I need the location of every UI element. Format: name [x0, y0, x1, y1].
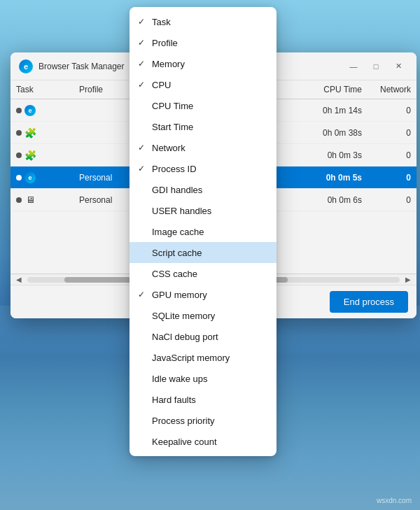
minimize-button[interactable]: —	[344, 58, 363, 75]
menu-item-label: Image cache	[152, 227, 265, 237]
checkmark-icon: ✓	[138, 38, 152, 48]
menu-item-label: Keepalive count	[152, 437, 265, 447]
menu-item-label: Process ID	[152, 164, 265, 174]
menu-item-label: Hard faults	[152, 395, 265, 405]
menu-item-label: Start Time	[152, 122, 265, 132]
row-task-5: 🖥	[10, 194, 74, 206]
menu-item-process-priority[interactable]: Process priority	[130, 410, 276, 431]
menu-item-label: SQLite memory	[152, 311, 265, 321]
checkmark-icon: ✓	[138, 17, 152, 27]
menu-item-label: GPU memory	[152, 290, 265, 300]
row-dot-1	[16, 108, 22, 113]
row-dot-5	[16, 197, 22, 203]
menu-item-script-cache[interactable]: Script cache	[130, 242, 276, 263]
row-profile-5: Personal	[74, 195, 130, 205]
browser-icon: e	[19, 59, 33, 73]
menu-item-network[interactable]: ✓Network	[130, 137, 276, 158]
menu-item-user-handles[interactable]: USER handles	[130, 200, 276, 221]
row-dot-4	[16, 175, 22, 180]
col-header-cputime[interactable]: CPU Time	[298, 80, 368, 99]
edge-icon-4: e	[24, 172, 36, 183]
row-network-5: 0	[368, 195, 416, 205]
menu-item-image-cache[interactable]: Image cache	[130, 221, 276, 242]
context-menu: ✓Task✓Profile✓Memory✓CPUCPU TimeStart Ti…	[130, 7, 276, 456]
menu-item-process-id[interactable]: ✓Process ID	[130, 158, 276, 179]
row-dot-2	[16, 130, 22, 136]
row-task-3: 🧩	[10, 150, 74, 161]
row-network-1: 0	[368, 106, 416, 115]
row-task-4: e	[10, 172, 74, 183]
puzzle-icon-2: 🧩	[24, 127, 36, 139]
menu-item-label: Memory	[152, 59, 265, 69]
menu-item-sqlite-memory[interactable]: SQLite memory	[130, 305, 276, 326]
menu-item-cpu-time[interactable]: CPU Time	[130, 95, 276, 116]
col-header-task[interactable]: Task	[10, 80, 74, 99]
checkmark-icon: ✓	[138, 59, 152, 69]
puzzle-icon-3: 🧩	[24, 150, 36, 161]
row-dot-3	[16, 153, 22, 158]
row-cputime-5: 0h 0m 6s	[298, 195, 368, 205]
row-cputime-1: 0h 1m 14s	[298, 106, 368, 115]
window-controls: — □ ✕	[344, 58, 408, 75]
menu-item-cpu[interactable]: ✓CPU	[130, 74, 276, 95]
menu-item-label: USER handles	[152, 206, 265, 216]
menu-item-start-time[interactable]: Start Time	[130, 116, 276, 137]
row-cputime-4: 0h 0m 5s	[298, 173, 368, 183]
scroll-left-arrow[interactable]: ◀	[13, 276, 24, 283]
row-network-4: 0	[368, 173, 416, 183]
row-network-3: 0	[368, 150, 416, 160]
end-process-button[interactable]: End process	[330, 291, 408, 313]
watermark: wsxdn.com	[377, 497, 412, 504]
window-title: Browser Task Manager	[38, 62, 125, 71]
checkmark-icon: ✓	[138, 290, 152, 299]
menu-item-hard-faults[interactable]: Hard faults	[130, 389, 276, 410]
menu-item-label: CPU	[152, 80, 265, 90]
scroll-right-arrow[interactable]: ▶	[402, 276, 414, 283]
row-network-2: 0	[368, 128, 416, 138]
row-profile-4: Personal	[74, 173, 130, 183]
menu-item-label: CSS cache	[152, 269, 265, 279]
edge-icon-1: e	[24, 105, 36, 116]
menu-item-label: Network	[152, 143, 265, 153]
menu-item-javascript-memory[interactable]: JavaScript memory	[130, 347, 276, 368]
menu-item-label: CPU Time	[152, 101, 265, 111]
menu-item-memory[interactable]: ✓Memory	[130, 53, 276, 74]
col-header-network[interactable]: Network	[368, 80, 416, 99]
menu-item-label: Task	[152, 17, 265, 27]
menu-item-label: Idle wake ups	[152, 374, 265, 384]
menu-item-gdi-handles[interactable]: GDI handles	[130, 179, 276, 200]
monitor-icon-5: 🖥	[24, 194, 36, 206]
maximize-button[interactable]: □	[366, 58, 386, 75]
menu-item-nacl-debug-port[interactable]: NaCl debug port	[130, 326, 276, 347]
row-task-2: 🧩	[10, 127, 74, 139]
checkmark-icon: ✓	[138, 164, 152, 173]
menu-item-label: Script cache	[152, 248, 265, 258]
menu-item-css-cache[interactable]: CSS cache	[130, 263, 276, 284]
title-left: e Browser Task Manager	[19, 59, 125, 73]
menu-item-keepalive-count[interactable]: Keepalive count	[130, 431, 276, 452]
menu-item-label: Profile	[152, 38, 265, 48]
menu-item-profile[interactable]: ✓Profile	[130, 32, 276, 53]
menu-item-task[interactable]: ✓Task	[130, 11, 276, 32]
menu-item-gpu-memory[interactable]: ✓GPU memory	[130, 284, 276, 305]
close-button[interactable]: ✕	[388, 58, 408, 75]
menu-item-label: JavaScript memory	[152, 353, 265, 363]
col-header-profile[interactable]: Profile	[74, 80, 130, 99]
row-task-1: e	[10, 105, 74, 116]
menu-item-idle-wake-ups[interactable]: Idle wake ups	[130, 368, 276, 389]
row-cputime-2: 0h 0m 38s	[298, 128, 368, 138]
checkmark-icon: ✓	[138, 80, 152, 90]
row-cputime-3: 0h 0m 3s	[298, 150, 368, 160]
checkmark-icon: ✓	[138, 143, 152, 153]
menu-item-label: NaCl debug port	[152, 332, 265, 342]
menu-item-label: GDI handles	[152, 185, 265, 195]
menu-item-label: Process priority	[152, 416, 265, 426]
